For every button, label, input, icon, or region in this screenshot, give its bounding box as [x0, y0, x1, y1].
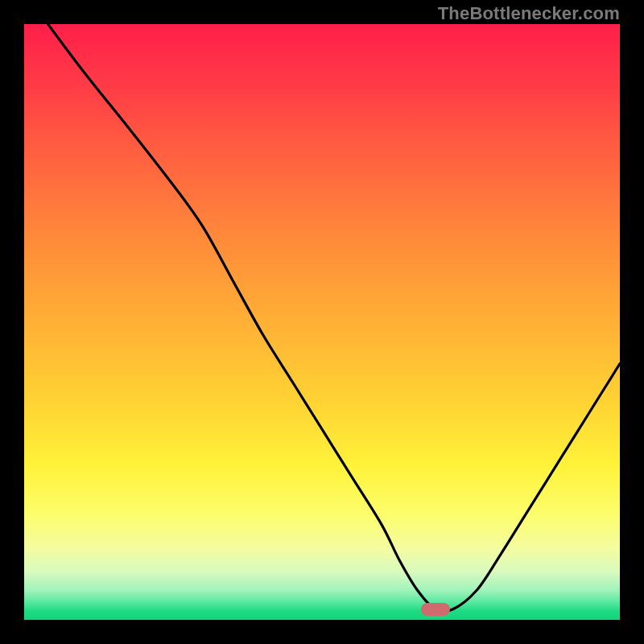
chart-frame: TheBottlenecker.com	[0, 0, 644, 644]
plot-area	[24, 24, 620, 620]
bottleneck-curve	[24, 24, 620, 620]
curve-path	[48, 24, 620, 612]
optimal-point-marker	[421, 603, 450, 616]
attribution-text: TheBottlenecker.com	[438, 3, 620, 24]
